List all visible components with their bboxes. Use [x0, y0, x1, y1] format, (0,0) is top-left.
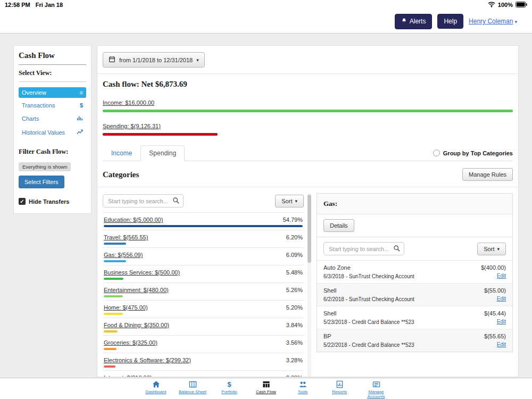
category-list-scrollbar[interactable] — [307, 193, 311, 377]
menu-icon: ≡ — [80, 89, 83, 96]
transaction-list: Auto Zone6/3/2018 - SunTrust Checking Ac… — [317, 261, 512, 352]
status-time: 12:58 PM — [5, 2, 30, 8]
transaction-row[interactable]: Shell5/23/2018 - Credit Card Balance **5… — [317, 306, 512, 329]
edit-link[interactable]: Edit — [484, 296, 506, 302]
category-label[interactable]: Business Services: $(500.00) — [104, 269, 180, 276]
details-button[interactable]: Details — [323, 219, 354, 232]
divider — [97, 187, 518, 187]
group-by-top-categories-checkbox[interactable]: Group by Top Categories — [433, 149, 513, 161]
category-row-travel[interactable]: Travel: $(565.55)6.20% — [103, 230, 304, 248]
hide-transfers-checkbox[interactable]: ✓ Hide Transfers — [19, 198, 86, 205]
nav-label: Manage Accounts — [361, 389, 391, 399]
category-row-gas[interactable]: Gas: $(556.09)6.09% — [103, 248, 304, 265]
tab-spending[interactable]: Spending — [140, 145, 185, 161]
bell-icon — [401, 18, 407, 26]
nav-tab-reports[interactable]: Reports — [325, 380, 354, 399]
sidebar-item-label: Transactions — [22, 102, 55, 109]
category-search — [103, 194, 184, 207]
search-icon[interactable] — [393, 245, 401, 254]
category-label[interactable]: Electronics & Software: $(299.32) — [104, 357, 191, 363]
category-row-education[interactable]: Education: $(5,000.00)54.79% — [103, 213, 304, 230]
transaction-sort-button[interactable]: Sort▾ — [477, 243, 506, 255]
sidebar-item-historical-values[interactable]: Historical Values — [19, 127, 86, 138]
transaction-description: 5/23/2018 - Credit Card Balance **523 — [323, 319, 414, 325]
detail-toolbar: Sort▾ — [317, 237, 512, 261]
cash-flow-panel: from 1/1/2018 to 12/31/2018 ▾ Cash flow:… — [97, 45, 519, 377]
category-row-groceries[interactable]: Groceries: $(325.00)3.56% — [103, 336, 304, 353]
nav-tab-balance-sheet[interactable]: Balance Sheet — [178, 380, 207, 399]
categories-title: Categories — [103, 170, 139, 179]
category-sort-button[interactable]: Sort▾ — [275, 195, 304, 207]
category-search-input[interactable] — [103, 194, 184, 207]
transaction-search-input[interactable] — [323, 242, 404, 255]
nav-label: Cash Flow — [251, 389, 281, 394]
category-label[interactable]: Entertainment: $(480.00) — [104, 287, 169, 293]
divider — [97, 73, 518, 74]
checkbox-checked-icon[interactable]: ✓ — [19, 198, 26, 205]
home-icon — [141, 380, 171, 389]
nav-label: Dashboard — [141, 389, 171, 394]
transaction-name: Shell — [323, 287, 414, 294]
transaction-row[interactable]: Shell6/2/2018 - SunTrust Checking Accoun… — [317, 284, 512, 306]
transaction-description: 5/22/2018 - Credit Card Balance **523 — [323, 342, 414, 348]
alerts-button-label: Alerts — [410, 18, 426, 25]
category-row-food-dining[interactable]: Food & Dining: $(350.00)3.84% — [103, 318, 304, 336]
income-label[interactable]: Income: $16,000.00 — [103, 99, 154, 106]
category-label[interactable]: Travel: $(565.55) — [104, 234, 148, 240]
category-label[interactable]: Education: $(5,000.00) — [104, 217, 163, 223]
view-nav: Overview ≡ Transactions $ Charts Histori… — [19, 87, 86, 138]
category-row-entertainment[interactable]: Entertainment: $(480.00)5.26% — [103, 283, 304, 301]
sidebar-item-overview[interactable]: Overview ≡ — [19, 87, 86, 98]
edit-link[interactable]: Edit — [481, 273, 506, 279]
nav-label: Tools — [288, 389, 318, 394]
category-label[interactable]: Internet: $(216.90) — [104, 375, 152, 377]
nav-label: Balance Sheet — [178, 389, 207, 394]
app-header: Alerts Help Henry Coleman▾ — [0, 10, 532, 33]
edit-link[interactable]: Edit — [484, 319, 506, 325]
nav-tab-manage-accounts[interactable]: Manage Accounts — [361, 380, 391, 399]
category-detail-panel: Gas: Details Sort▾ Auto Zone6/3/2018 - — [317, 193, 513, 352]
nav-tab-portfolio[interactable]: $ Portfolio — [214, 380, 244, 399]
category-percent: 3.28% — [286, 357, 303, 363]
transaction-row[interactable]: Auto Zone6/3/2018 - SunTrust Checking Ac… — [317, 261, 512, 284]
category-list-column: Sort▾ Education: $(5,000.00)54.79% Trave… — [103, 193, 311, 377]
category-label[interactable]: Home: $(475.00) — [104, 304, 148, 311]
nav-tab-dashboard[interactable]: Dashboard — [141, 380, 171, 399]
filter-status-badge: Everything is shown — [19, 162, 71, 171]
net-cash-flow-heading: Cash flow: Net $6,873.69 — [103, 80, 513, 89]
sidebar-item-charts[interactable]: Charts — [19, 113, 86, 124]
checkbox-unchecked-icon[interactable] — [433, 149, 440, 156]
nav-tab-tools[interactable]: Tools — [288, 380, 318, 399]
spending-label[interactable]: Spending: $(9,126.31) — [103, 123, 161, 129]
category-row-home[interactable]: Home: $(475.00)5.20% — [103, 301, 304, 318]
transaction-amount: $(400.00) — [481, 264, 506, 271]
help-button[interactable]: Help — [437, 14, 463, 29]
date-range-button[interactable]: from 1/1/2018 to 12/31/2018 ▾ — [103, 52, 205, 68]
category-bar — [104, 348, 117, 350]
chevron-down-icon: ▾ — [497, 246, 500, 252]
category-label[interactable]: Groceries: $(325.00) — [104, 339, 157, 346]
alerts-button[interactable]: Alerts — [395, 14, 433, 29]
status-right: 100% — [488, 1, 527, 9]
sidebar-item-transactions[interactable]: Transactions $ — [19, 100, 86, 111]
category-label[interactable]: Gas: $(556.09) — [104, 252, 143, 258]
nav-tab-cash-flow[interactable]: Cash Flow — [251, 380, 281, 399]
category-row-business-services[interactable]: Business Services: $(500.00)5.48% — [103, 265, 304, 283]
sort-label: Sort — [281, 198, 292, 204]
tab-income[interactable]: Income — [103, 145, 140, 161]
dollar-icon: $ — [214, 380, 244, 389]
category-row-electronics-software[interactable]: Electronics & Software: $(299.32)3.28% — [103, 353, 304, 371]
help-button-label: Help — [444, 18, 457, 25]
category-label[interactable]: Food & Dining: $(350.00) — [104, 322, 169, 328]
user-menu[interactable]: Henry Coleman▾ — [469, 18, 517, 25]
search-icon[interactable] — [172, 197, 180, 206]
category-row-internet[interactable]: Internet: $(216.90)2.38% — [103, 371, 304, 377]
category-bar — [104, 243, 126, 245]
transaction-row[interactable]: BP5/22/2018 - Credit Card Balance **523 … — [317, 329, 512, 352]
edit-link[interactable]: Edit — [484, 342, 506, 347]
categories-header-row: Categories Manage Rules — [103, 168, 513, 181]
select-filters-button[interactable]: Select Filters — [19, 176, 64, 188]
status-bar: 12:58 PMFri Jan 18 100% — [0, 0, 532, 10]
scrollbar-thumb[interactable] — [307, 195, 311, 263]
manage-rules-button[interactable]: Manage Rules — [462, 168, 513, 181]
